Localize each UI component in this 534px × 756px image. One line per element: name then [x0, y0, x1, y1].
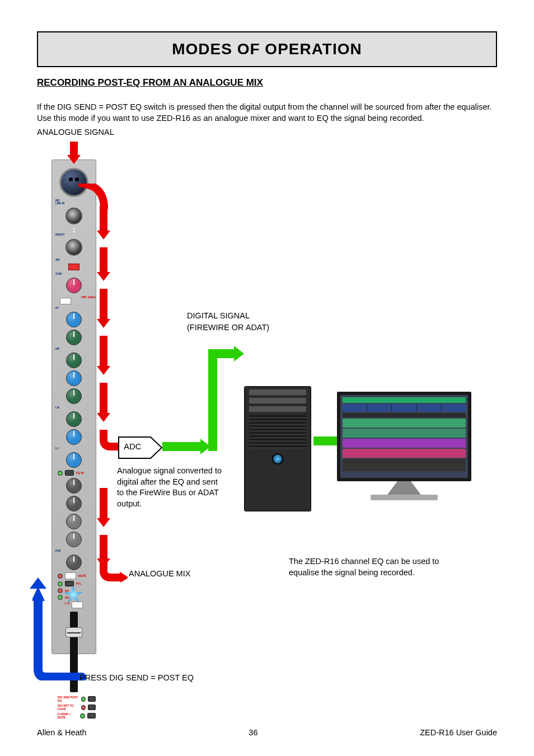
- signal-arrow-6-icon: [100, 488, 107, 519]
- aux4-knob: [66, 532, 82, 547]
- lm-label: LM: [55, 406, 59, 409]
- digital-signal-label-1: DIGITAL SIGNAL: [187, 311, 250, 322]
- dig-send-posteq-label: DIG SND POST EQ: [58, 696, 79, 702]
- pan-label: PAN: [55, 550, 60, 552]
- eq-in-led: [58, 471, 63, 476]
- pad-switch: [60, 298, 71, 304]
- dig-ret-label: DIG RET TO CHAN: [58, 704, 79, 711]
- mute-switch: [65, 572, 76, 579]
- aux3-knob: [66, 514, 82, 529]
- mix-branch-arrow-icon: [100, 561, 128, 582]
- power-button-icon: [272, 453, 283, 464]
- lm-q-knob: [66, 429, 82, 445]
- gain-label: GAIN: [55, 273, 62, 275]
- digret-button: [88, 705, 96, 710]
- footer-page-number: 36: [249, 728, 257, 737]
- signal-arrow-5-icon: [100, 383, 107, 414]
- signal-arrow-7-icon: [100, 535, 107, 560]
- analogue-mix-label: ANALOGUE MIX: [129, 569, 190, 580]
- hm-label: HM: [55, 348, 59, 350]
- daw-screenshot: [337, 392, 471, 481]
- line-in-label: LINE IN: [55, 202, 64, 205]
- press-dig-send-label: PRESS DIG SEND = POST EQ: [79, 673, 194, 684]
- adc-out-arrow-icon: [162, 442, 202, 451]
- mute-led: [58, 574, 63, 579]
- digret-led: [81, 705, 86, 710]
- lm-gain-knob: [66, 388, 82, 404]
- page-title-box: MODES OF OPERATION: [37, 31, 497, 67]
- analogue-signal-label: ANALOGUE SIGNAL: [37, 128, 114, 137]
- page-title: MODES OF OPERATION: [38, 40, 496, 58]
- aux1-knob: [66, 478, 82, 494]
- insert-label: INSERT: [55, 233, 65, 236]
- gain-knob: [66, 278, 82, 293]
- adc-label: ADC: [124, 442, 142, 451]
- lm-freq-knob: [66, 411, 82, 427]
- hpf-label: HPF 100Hz: [81, 295, 96, 307]
- footer-left: Allen & Heath: [37, 728, 87, 737]
- adc-caption: Analogue signal converted to digital aft…: [117, 466, 223, 509]
- svg-marker-1: [120, 572, 128, 582]
- digital-signal-label-2: (FIREWIRE OR ADAT): [187, 322, 269, 334]
- hf-label: HF: [55, 307, 59, 309]
- computer-tower: [244, 386, 311, 511]
- intro-paragraph: If the DIG SEND = POST EQ switch is pres…: [37, 102, 497, 124]
- hm-freq-knob: [66, 353, 82, 368]
- aux2-knob: [66, 496, 82, 511]
- posteq-led: [81, 697, 86, 702]
- lf-label: LF: [55, 447, 59, 450]
- hm-q-knob: [66, 370, 82, 386]
- pan-knob: [66, 555, 82, 570]
- xlr-curve-arrow-icon: [77, 184, 111, 210]
- digital-up-arrow-icon: [208, 358, 217, 451]
- dsendmute-button: [87, 713, 96, 719]
- mute-label: MUTE: [78, 574, 86, 577]
- hf-knob: [66, 312, 82, 327]
- channel-number: 1: [52, 227, 96, 233]
- dig-send-pointer-arrow-icon: [32, 585, 88, 680]
- lf-knob: [66, 452, 82, 468]
- v48-label: 48V: [55, 259, 60, 261]
- page-footer: Allen & Heath 36 ZED-R16 User Guide: [37, 728, 497, 737]
- digital-right1-arrow-icon: [208, 349, 235, 358]
- monitor: [337, 392, 471, 509]
- eq-in-button: [65, 470, 74, 476]
- section-heading: RECORDING POST-EQ FROM AN ANALOGUE MIX: [37, 77, 497, 88]
- svg-marker-4: [32, 588, 45, 601]
- signal-arrow-2-icon: [100, 247, 107, 273]
- signal-arrow-4-icon: [100, 336, 107, 367]
- eq-in-label: EQ IN: [76, 471, 84, 475]
- eq-caption: The ZED-R16 channel EQ can be used to eq…: [289, 556, 451, 578]
- input-arrow-icon: [70, 142, 78, 156]
- hm-gain-knob: [66, 330, 82, 345]
- dsend-mute-label: D-SEND = MUTE: [58, 712, 78, 719]
- dsendmute-led: [80, 713, 85, 719]
- phantom-switch: [68, 264, 79, 270]
- posteq-button: [88, 696, 96, 702]
- footer-right: ZED-R16 User Guide: [420, 728, 497, 737]
- channel-strip: MIC LINE IN 1 INSERT 48V GAIN HPF 100Hz …: [51, 159, 96, 654]
- signal-arrow-3-icon: [100, 289, 107, 320]
- insert-jack: [65, 239, 82, 256]
